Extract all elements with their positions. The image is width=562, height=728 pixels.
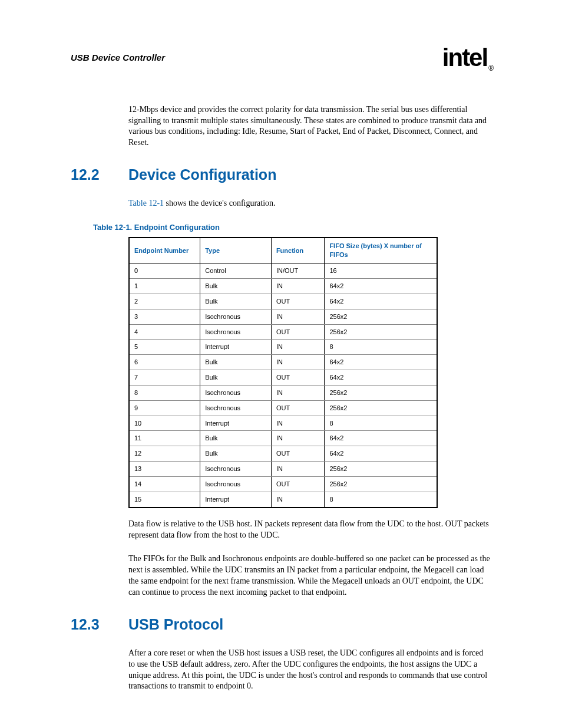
table-cell: 64x2 bbox=[325, 446, 437, 462]
section-number: 12.2 bbox=[71, 165, 128, 185]
table-row: 1BulkIN64x2 bbox=[129, 278, 437, 294]
table-cell: 256x2 bbox=[325, 400, 437, 416]
section-12-2-para-1: Data flow is relative to the USB host. I… bbox=[128, 519, 491, 541]
table-cell: IN bbox=[271, 278, 325, 294]
table-cell: Isochronous bbox=[200, 385, 272, 400]
intro-paragraph: 12-Mbps device and provides the correct … bbox=[128, 104, 491, 149]
page-header: USB Device Controller intel® bbox=[71, 41, 491, 75]
table-cell: 12 bbox=[129, 446, 200, 462]
table-cell: Bulk bbox=[200, 370, 272, 386]
table-cell: 15 bbox=[129, 492, 200, 507]
table-header-row: Endpoint Number Type Function FIFO Size … bbox=[129, 238, 437, 263]
table-cell: 7 bbox=[129, 370, 200, 386]
table-cell: IN bbox=[271, 340, 325, 355]
table-cell: IN/OUT bbox=[271, 263, 325, 279]
table-cell: 64x2 bbox=[325, 431, 437, 446]
table-cell: 1 bbox=[129, 278, 200, 294]
table-cell: Control bbox=[200, 263, 272, 279]
table-cell: 64x2 bbox=[325, 294, 437, 309]
table-cell: Isochronous bbox=[200, 476, 272, 492]
table-cell: OUT bbox=[271, 294, 325, 309]
table-cell: 5 bbox=[129, 340, 200, 355]
table-cell: 13 bbox=[129, 462, 200, 477]
table-cell: IN bbox=[271, 309, 325, 324]
table-cell: 10 bbox=[129, 416, 200, 431]
table-cell: 64x2 bbox=[325, 278, 437, 294]
table-cell: Isochronous bbox=[200, 400, 272, 416]
table-cell: 0 bbox=[129, 263, 200, 279]
table-cell: 64x2 bbox=[325, 370, 437, 386]
table-intro-rest: shows the device's configuration. bbox=[164, 199, 276, 207]
intel-logo: intel® bbox=[442, 41, 491, 75]
table-cell: 8 bbox=[129, 385, 200, 400]
table-cell: 256x2 bbox=[325, 476, 437, 492]
col-fifo: FIFO Size (bytes) X number of FIFOs bbox=[325, 238, 437, 263]
table-cell: 8 bbox=[325, 416, 437, 431]
table-cell: Bulk bbox=[200, 294, 272, 309]
table-cell: OUT bbox=[271, 476, 325, 492]
table-cell: 256x2 bbox=[325, 462, 437, 477]
table-cell: OUT bbox=[271, 324, 325, 340]
endpoint-config-table: Endpoint Number Type Function FIFO Size … bbox=[128, 237, 438, 508]
table-cell: 14 bbox=[129, 476, 200, 492]
table-cell: IN bbox=[271, 492, 325, 507]
table-row: 7BulkOUT64x2 bbox=[129, 370, 437, 386]
table-cell: IN bbox=[271, 462, 325, 477]
table-row: 4IsochronousOUT256x2 bbox=[129, 324, 437, 340]
col-function: Function bbox=[271, 238, 325, 263]
section-number: 12.3 bbox=[71, 615, 128, 635]
table-cell: 2 bbox=[129, 294, 200, 309]
table-cell: Bulk bbox=[200, 355, 272, 370]
table-row: 15InterruptIN8 bbox=[129, 492, 437, 507]
logo-text: intel bbox=[442, 44, 487, 71]
table-cell: Isochronous bbox=[200, 462, 272, 477]
table-cell: OUT bbox=[271, 370, 325, 386]
section-12-2-para-2: The FIFOs for the Bulk and Isochronous e… bbox=[128, 554, 491, 598]
table-cell: Bulk bbox=[200, 431, 272, 446]
table-12-1-link[interactable]: Table 12-1 bbox=[128, 199, 164, 207]
table-cell: OUT bbox=[271, 446, 325, 462]
table-row: 5InterruptIN8 bbox=[129, 340, 437, 355]
table-cell: 8 bbox=[325, 492, 437, 507]
table-cell: Interrupt bbox=[200, 492, 272, 507]
table-cell: 16 bbox=[325, 263, 437, 279]
table-row: 0ControlIN/OUT16 bbox=[129, 263, 437, 279]
table-cell: Interrupt bbox=[200, 416, 272, 431]
section-title: Device Configuration bbox=[128, 165, 276, 185]
table-cell: 256x2 bbox=[325, 385, 437, 400]
table-row: 14IsochronousOUT256x2 bbox=[129, 476, 437, 492]
section-12-3-heading: 12.3 USB Protocol bbox=[71, 615, 491, 635]
header-title: USB Device Controller bbox=[71, 52, 165, 64]
table-cell: IN bbox=[271, 355, 325, 370]
table-cell: 256x2 bbox=[325, 324, 437, 340]
table-cell: Isochronous bbox=[200, 324, 272, 340]
table-row: 11BulkIN64x2 bbox=[129, 431, 437, 446]
table-cell: 64x2 bbox=[325, 355, 437, 370]
table-cell: 8 bbox=[325, 340, 437, 355]
table-cell: OUT bbox=[271, 400, 325, 416]
table-cell: Bulk bbox=[200, 446, 272, 462]
table-cell: 11 bbox=[129, 431, 200, 446]
table-cell: 6 bbox=[129, 355, 200, 370]
table-cell: IN bbox=[271, 416, 325, 431]
table-cell: 9 bbox=[129, 400, 200, 416]
table-12-1-caption: Table 12-1. Endpoint Configuration bbox=[93, 222, 491, 233]
logo-mark: ® bbox=[488, 64, 492, 73]
table-intro-paragraph: Table 12-1 shows the device's configurat… bbox=[128, 198, 491, 209]
col-type: Type bbox=[200, 238, 272, 263]
table-row: 6BulkIN64x2 bbox=[129, 355, 437, 370]
table-cell: Isochronous bbox=[200, 309, 272, 324]
table-row: 2BulkOUT64x2 bbox=[129, 294, 437, 309]
table-row: 12BulkOUT64x2 bbox=[129, 446, 437, 462]
section-12-2-heading: 12.2 Device Configuration bbox=[71, 165, 491, 185]
table-cell: 256x2 bbox=[325, 309, 437, 324]
table-cell: Bulk bbox=[200, 278, 272, 294]
table-row: 10InterruptIN8 bbox=[129, 416, 437, 431]
col-endpoint-number: Endpoint Number bbox=[129, 238, 200, 263]
table-cell: IN bbox=[271, 431, 325, 446]
table-row: 3IsochronousIN256x2 bbox=[129, 309, 437, 324]
table-cell: 4 bbox=[129, 324, 200, 340]
table-cell: IN bbox=[271, 385, 325, 400]
section-12-3-para: After a core reset or when the USB host … bbox=[128, 648, 491, 693]
section-title: USB Protocol bbox=[128, 615, 223, 635]
